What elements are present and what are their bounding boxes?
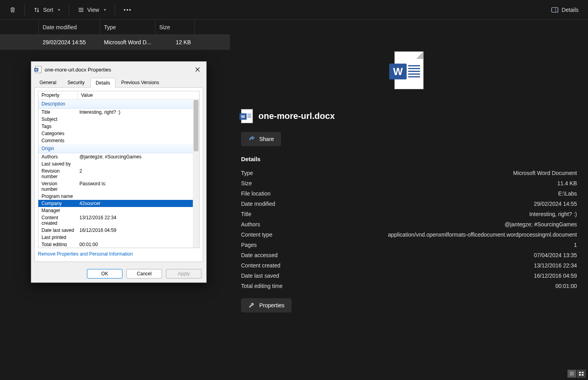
prop-row-revision[interactable]: Revision number2 [38, 167, 199, 180]
tab-panel-details: Property Value Description TitleInterest… [34, 87, 203, 262]
grid-header-property[interactable]: Property [38, 91, 78, 99]
prop-row-company[interactable]: Company42sourcer [38, 200, 199, 207]
prop-row-tags[interactable]: Tags [38, 123, 199, 130]
detail-row-saved: Date last saved16/12/2016 04:59 [241, 271, 577, 281]
prop-row-total-editing[interactable]: Total editing time00:01:00 [38, 241, 199, 246]
details-pane: W W one-more-url.docx Share Details Type… [230, 20, 588, 380]
group-description: Description [38, 100, 199, 109]
wrench-icon [248, 302, 255, 309]
word-icon: W [394, 51, 424, 89]
toolbar: Sort ▾ View ▾ ••• Details [0, 0, 588, 20]
detail-row-created: Content created13/12/2016 22:34 [241, 260, 577, 271]
share-label: Share [259, 136, 274, 142]
grid-header-value[interactable]: Value [78, 91, 199, 99]
column-header-size[interactable]: Size [155, 20, 195, 34]
sort-label: Sort [43, 7, 53, 13]
file-title-row: W one-more-url.docx [241, 109, 577, 123]
file-size: 12 KB [155, 39, 195, 45]
chevron-down-icon: ▾ [58, 8, 60, 12]
detail-row-authors: Authors@jantegze; #SourcingGames [241, 219, 577, 230]
detail-row-modified: Date modified29/02/2024 14:55 [241, 199, 577, 209]
view-mode-buttons [567, 370, 586, 378]
share-icon [248, 135, 255, 143]
details-pane-icon [551, 7, 558, 13]
chevron-down-icon: ▾ [104, 8, 106, 12]
prop-row-last-printed[interactable]: Last printed [38, 234, 199, 241]
prop-row-content-created[interactable]: Content created13/12/2016 22:34 [38, 214, 199, 227]
sort-button[interactable]: Sort ▾ [29, 4, 65, 15]
list-icon [78, 7, 84, 13]
view-details-button[interactable] [567, 370, 576, 378]
separator [24, 4, 25, 15]
prop-row-date-last-saved[interactable]: Date last saved16/12/2016 04:59 [38, 227, 199, 234]
details-view-icon [569, 372, 574, 376]
detail-row-size: Size11.4 KB [241, 178, 577, 188]
svg-rect-2 [582, 372, 584, 373]
tab-previous-versions[interactable]: Previous Versions [116, 77, 164, 87]
apply-button: Apply [166, 269, 202, 278]
prop-row-program[interactable]: Program name [38, 193, 199, 200]
svg-rect-1 [579, 372, 581, 373]
view-button[interactable]: View ▾ [73, 4, 111, 15]
properties-grid: Property Value Description TitleInterest… [38, 91, 200, 248]
dialog-button-row: OK Cancel Apply [31, 265, 206, 282]
dialog-title: one-more-url.docx Properties [45, 67, 190, 73]
group-origin: Origin [38, 144, 199, 153]
properties-label: Properties [259, 302, 285, 309]
scrollbar[interactable] [193, 100, 199, 248]
file-list-pane: Date modified Type Size 29/02/2024 14:55… [0, 20, 230, 380]
svg-rect-0 [552, 8, 558, 12]
cancel-button[interactable]: Cancel [126, 269, 162, 278]
detail-row-pages: Pages1 [241, 240, 577, 250]
word-icon: W [35, 66, 41, 73]
sort-icon [34, 7, 40, 13]
file-name: one-more-url.docx [258, 111, 335, 121]
ok-button[interactable]: OK [87, 269, 122, 278]
prop-row-categories[interactable]: Categories [38, 130, 199, 137]
scrollbar-thumb[interactable] [194, 100, 198, 151]
details-toggle-button[interactable]: Details [547, 4, 583, 15]
close-button[interactable] [193, 65, 202, 74]
prop-row-title[interactable]: TitleInteresting, right? :) [38, 109, 199, 116]
close-icon [195, 67, 200, 72]
dialog-tabs: General Security Details Previous Versio… [31, 77, 206, 87]
file-type: Microsoft Word D... [100, 39, 155, 45]
share-button[interactable]: Share [241, 132, 281, 146]
column-headers: Date modified Type Size [0, 20, 230, 35]
remove-properties-link[interactable]: Remove Properties and Personal Informati… [38, 248, 200, 258]
detail-row-content-type: Content typeapplication/vnd.openxmlforma… [241, 230, 577, 240]
trash-icon [9, 7, 16, 13]
tab-details[interactable]: Details [90, 78, 115, 88]
file-row[interactable]: 29/02/2024 14:55 Microsoft Word D... 12 … [0, 35, 230, 50]
column-header-date[interactable]: Date modified [39, 20, 100, 34]
detail-row-location: File locationE:\Labs [241, 188, 577, 199]
tab-security[interactable]: Security [62, 77, 90, 87]
prop-row-version[interactable]: Version numberPassword is: [38, 180, 199, 193]
delete-button[interactable] [5, 4, 21, 15]
tab-general[interactable]: General [34, 77, 62, 87]
view-label: View [87, 7, 99, 13]
details-heading: Details [241, 156, 577, 162]
properties-button[interactable]: Properties [241, 298, 292, 312]
prop-row-manager[interactable]: Manager [38, 207, 199, 214]
prop-row-comments[interactable]: Comments [38, 137, 199, 144]
svg-rect-3 [579, 374, 581, 376]
dialog-titlebar[interactable]: W one-more-url.docx Properties [31, 62, 206, 77]
detail-row-type: TypeMicrosoft Word Document [241, 168, 577, 178]
prop-row-authors[interactable]: Authors@jantegze; #SourcingGames [38, 153, 199, 160]
prop-row-subject[interactable]: Subject [38, 116, 199, 123]
column-header-type[interactable]: Type [100, 20, 155, 34]
separator [69, 4, 69, 15]
svg-rect-4 [582, 374, 584, 376]
details-toggle-label: Details [562, 7, 579, 13]
grid-view-icon [579, 372, 584, 376]
view-thumbnails-button[interactable] [577, 370, 586, 378]
more-button[interactable]: ••• [119, 4, 137, 15]
column-header-name[interactable] [0, 20, 39, 34]
prop-row-last-saved-by[interactable]: Last saved by [38, 160, 199, 167]
detail-row-editing-time: Total editing time00:01:00 [241, 281, 577, 291]
detail-row-title: TitleInteresting, right? :) [241, 209, 577, 219]
properties-list[interactable]: Description TitleInteresting, right? :) … [38, 100, 199, 246]
file-date: 29/02/2024 14:55 [39, 39, 100, 45]
word-icon: W [241, 109, 253, 123]
